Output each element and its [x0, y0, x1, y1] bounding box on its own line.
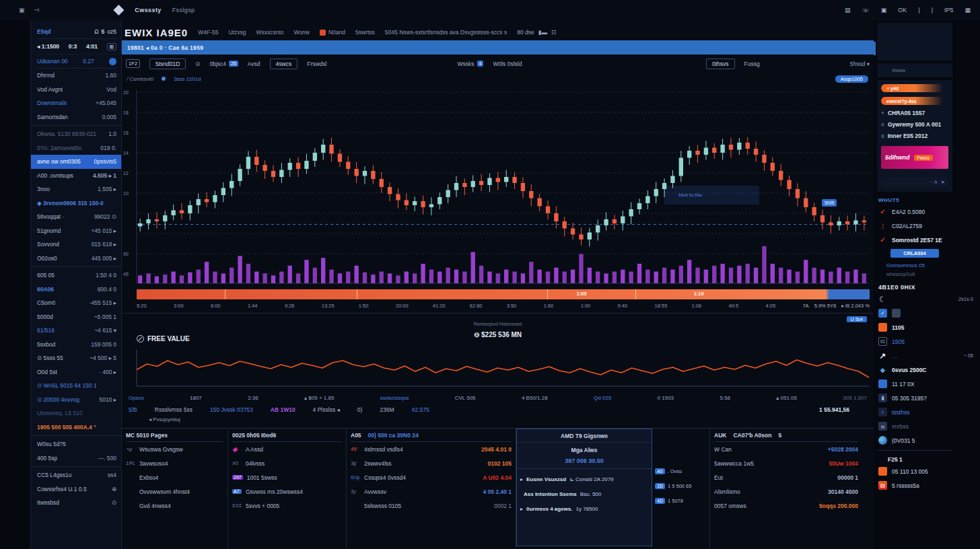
highlight-row[interactable]: Ass Intsntion SsemsBsu. 500 [517, 486, 652, 501]
highlight-column[interactable]: AMD T9 GigsnwoMga Alws397 006 30.50▸Eusn… [516, 429, 652, 546]
share-control[interactable]: 5hssd ▾ [850, 61, 870, 67]
watchlist-row[interactable]: ⊙ 5sss 55~4 500 ▸ 5 [37, 351, 116, 365]
toolbar-icon[interactable]: ⊙ [195, 61, 200, 67]
nav-item[interactable]: Wonw [294, 29, 310, 36]
panel-row[interactable]: ↗…◔ 05 [877, 349, 979, 363]
legend-asset[interactable]: 3sss 1101d [174, 76, 201, 82]
table-row[interactable]: W Can+5028 2004 [714, 442, 858, 456]
table-row[interactable]: A7Gsvwss ms 20wswss4 [232, 484, 342, 499]
promo-banner[interactable]: 5dIhwndFswss [881, 146, 948, 169]
panel-item[interactable]: oInner E05 2012 [881, 133, 948, 139]
watchlist-row[interactable]: W0su 5d?5 [37, 437, 116, 451]
sentiment-heatbar[interactable]: 1:051:19 [137, 289, 870, 299]
legend-combined[interactable]: ∕ Csmbsvt0 [127, 76, 153, 82]
table-row[interactable]: Eut00000 1 [714, 470, 858, 484]
toolbar-label[interactable]: Frswdsl [307, 61, 326, 67]
bell-icon[interactable]: Ω [94, 28, 98, 35]
table-row[interactable]: Gvd 4nwss4 [126, 499, 223, 513]
send-icon[interactable]: ➤ [941, 179, 945, 185]
promo-pill-button[interactable]: ≡ y4d [881, 84, 943, 92]
summary-item[interactable]: 150 Jvssk 03753 [210, 406, 253, 413]
legend-pill-button[interactable]: Asqs1005 [835, 75, 868, 83]
aiw-label[interactable]: 4sww [877, 63, 952, 77]
watchlist-row[interactable]: 5sxbod159 005 0 [37, 338, 116, 352]
panel-item[interactable]: +CHRA05 1557 [881, 110, 948, 116]
ok-label[interactable]: OK [898, 7, 907, 13]
panel-row[interactable]: ▤imrbss [877, 419, 979, 433]
table-row[interactable]: ◆A Assd [232, 442, 342, 456]
summary-item[interactable]: 5/B [129, 406, 137, 413]
watchlist-row[interactable]: O02os0445 005 ▸ [37, 252, 116, 266]
table-row[interactable]: 0057 omsws5oqqs 200.000 [714, 499, 858, 513]
calendar-icon[interactable]: ⊡ [551, 29, 556, 36]
panel-row[interactable]: ≡tssthss [877, 405, 979, 419]
toolbar-button[interactable]: 5tsnd01D [149, 59, 186, 69]
panel-row[interactable]: ◆0svus 2500C [877, 363, 979, 377]
toolbar-button[interactable]: 0thsvs [706, 59, 735, 69]
toolbar-label[interactable]: Avsd [248, 61, 260, 67]
panel-row[interactable]: ▮05 305 3195? [877, 391, 979, 405]
nav-item[interactable]: W4F-55 [198, 29, 218, 36]
watchlist-row[interactable]: 61/516~4 615 ▾ [37, 324, 116, 338]
watchlist-row[interactable]: Downsmals+45.045 [37, 96, 116, 110]
summary-row-2[interactable]: ◂ Pvsqsynlsq [122, 416, 874, 427]
watchlist-row[interactable]: Okwsa. 5130 6938-0211.0 [37, 127, 116, 141]
watchlist-row[interactable]: 5000d~5 005 1 [37, 310, 116, 324]
watchlist-row[interactable]: 400 5sp—. 500 [37, 451, 116, 466]
nav-item[interactable]: Utzxsg [228, 29, 246, 36]
table-row[interactable]: Alsmlismo30140 4500 [714, 484, 858, 499]
nav-item[interactable]: Wsxxcsnto [256, 29, 283, 36]
brand-menu-2[interactable]: Fsslgsp [172, 7, 195, 13]
table-row[interactable]: 1/FL3avwsoso4 [126, 456, 223, 470]
watchlist-row[interactable]: C5om0-455 515 ▸ [37, 296, 116, 310]
panel-row[interactable]: ✓Somrostd 2E57 1E [877, 233, 979, 247]
window-control-icon[interactable]: ▣ [19, 7, 25, 13]
panel-row[interactable]: 011505 [877, 334, 979, 349]
panel-row[interactable]: 11 17 0X [877, 377, 979, 391]
panel-search[interactable]: ~ A➤ [881, 177, 948, 186]
watchlist-row[interactable]: Itwssbsd⊙ [37, 496, 116, 510]
table-row[interactable]: Ovvswwsvm 4hnst4 [126, 484, 223, 499]
watchlist-row[interactable]: Utvwvnsq. L5 510 [37, 406, 116, 420]
summary-item[interactable]: 42.575 [412, 406, 429, 413]
watchlist-row[interactable]: ⊙ WA5L 6015 64 150 1 [37, 379, 116, 393]
promo-banner-button[interactable]: Fswss [914, 155, 933, 161]
nav-item[interactable]: 5045 Nsws-sxtsrtlsnsdss ava Dsvgsstsss-s… [385, 29, 507, 36]
panel-link[interactable]: Gorrsomrscs 05 [877, 260, 979, 270]
toolbar-label[interactable]: Fussg [744, 61, 760, 67]
table-row[interactable]: 3g2swwv4lss0102 105 [351, 456, 512, 470]
panel-row[interactable]: 1105 [877, 320, 979, 334]
table-row[interactable]: 45∕4slmssd vsdls42045 4.01 0 [351, 442, 512, 456]
watchlist-row[interactable]: 3noo1.505 ▸ [37, 182, 116, 196]
phone-icon[interactable]: ☏ [862, 7, 869, 13]
nav-item[interactable]: 5swrtss [355, 29, 375, 36]
account-avatar[interactable] [109, 58, 116, 65]
toolbar-label[interactable]: 0bjsc425 [209, 61, 238, 67]
watchlist-row[interactable]: avne ow om03050pssvts5 [31, 155, 121, 169]
grid-toggle-icon[interactable]: ⊞ [107, 43, 116, 50]
highlight-row[interactable]: ▸Eusnn Vsuxzsd⊾ Consid 2A 2079 [517, 472, 652, 486]
nav-item[interactable]: N0and [320, 29, 345, 36]
toolbar-button[interactable]: 4swcs [270, 59, 298, 69]
badge-row[interactable]: A0. Ovso [655, 464, 707, 478]
brand-menu-1[interactable]: Cwsssty [135, 7, 161, 13]
toolbar-label[interactable]: W0ls 0slsld [493, 61, 522, 67]
panel-item[interactable]: ≡Gywremy 500 A 001 [881, 121, 948, 128]
table-row[interactable]: 5:015svvs + 0005 [232, 499, 342, 513]
table-row[interactable]: ∿yWsuswa Gvsgsw [126, 442, 223, 456]
watchlist-row[interactable]: ◈ 3rvosm0906 315 150-0 [37, 196, 116, 211]
highlight-row[interactable]: ▸0urmsvs 4 agews.1y 78500 [517, 501, 652, 516]
watchlist-row[interactable]: Vod AvgntVod [37, 83, 116, 97]
watchlist-row[interactable]: 0?A: 2amoovst0o019 0. [37, 141, 116, 155]
announcement-banner[interactable]: 19801 ◂ 0a 0 · Cae 6a 1959 [122, 40, 874, 54]
highlight-amount[interactable]: 397 006 30.50 [517, 458, 652, 469]
save-icon[interactable]: ▣ [881, 7, 887, 13]
watchlist-row[interactable]: 605 051:50 4 0 [37, 268, 116, 283]
watchlist-row[interactable]: 60A06600.4 0 [37, 283, 116, 297]
watchlist-row[interactable]: 1905 500 505 400A.4 ° [37, 420, 116, 435]
chart-annotation-tag[interactable]: 5005 [822, 199, 837, 207]
watchlist-row[interactable]: Sovvond015 618 ▸ [37, 237, 116, 252]
watchlist-row[interactable]: Samortsdan0.005 [37, 110, 116, 124]
watchlist-row[interactable]: 51gnomd+45 015 ▸ [37, 224, 116, 238]
panel-row[interactable]: ⋮C02AL2759 [877, 219, 979, 233]
